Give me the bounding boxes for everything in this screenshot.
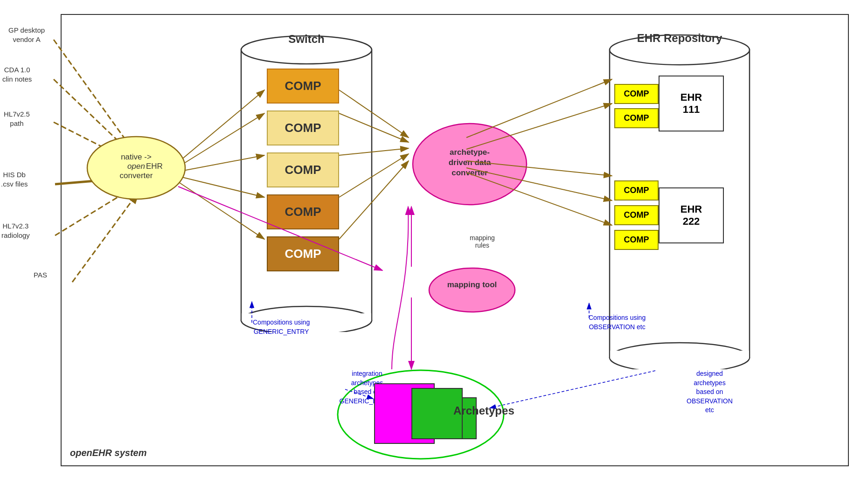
- svg-text:archetype-: archetype-: [450, 148, 490, 157]
- designed-archetypes-label: designedarchetypesbased onOBSERVATIONetc: [687, 369, 733, 415]
- diagram-area: Switch COMP COMP COMP COMP COMP archetyp…: [61, 14, 849, 466]
- comp-ehr-222-3: COMP: [614, 230, 659, 250]
- label-hl7v23: HL7v2.3radiology: [1, 221, 30, 240]
- main-container: GP desktopvendor A CDA 1.0clin notes HL7…: [0, 0, 868, 484]
- comp-ehr-222-1: COMP: [614, 180, 659, 201]
- ehr-222-number: 222: [683, 215, 700, 228]
- svg-text:open: open: [127, 162, 145, 171]
- arch-converter-ellipse: archetype- driven data converter: [411, 122, 528, 206]
- ehr-111-label: EHR: [681, 91, 702, 104]
- label-his-db: HIS Db.csv files: [1, 170, 28, 188]
- svg-text:converter: converter: [120, 171, 153, 180]
- label-cda: CDA 1.0clin notes: [2, 65, 32, 83]
- ehr-record-222: EHR 222: [659, 187, 724, 243]
- comp-switch-2: COMP: [267, 111, 339, 145]
- openehr-system-label: openEHR system: [70, 448, 147, 458]
- svg-text:EHR: EHR: [146, 162, 163, 171]
- comp-switch-4: COMP: [267, 194, 339, 229]
- svg-text:Switch: Switch: [288, 34, 324, 45]
- comp-ehr-111-2: COMP: [614, 108, 659, 128]
- converter-ellipse-svg: native -> open EHR converter: [86, 135, 187, 201]
- comp-switch-3: COMP: [267, 152, 339, 187]
- svg-text:EHR Repository: EHR Repository: [637, 34, 722, 44]
- ehr-111-number: 111: [683, 104, 700, 116]
- mapping-tool-ellipse: mapping tool: [428, 267, 516, 313]
- svg-text:native ->: native ->: [121, 152, 152, 161]
- comp-switch-5: COMP: [267, 236, 339, 271]
- label-pas: PAS: [34, 270, 47, 280]
- ehr-222-label: EHR: [681, 203, 702, 215]
- label-gp-desktop: GP desktopvendor A: [8, 26, 45, 44]
- compositions-switch-label: Compositions usingGENERIC_ENTRY: [253, 318, 310, 336]
- archetypes-label: Archetypes: [453, 404, 514, 417]
- ehr-record-111: EHR 111: [659, 76, 724, 131]
- comp-ehr-222-2: COMP: [614, 205, 659, 225]
- mapping-rules-label: mappingrules: [470, 234, 495, 249]
- svg-rect-14: [610, 351, 749, 359]
- label-hl7v25: HL7v2.5path: [4, 110, 30, 128]
- comp-switch-1: COMP: [267, 69, 339, 104]
- svg-text:mapping tool: mapping tool: [447, 280, 497, 289]
- svg-text:driven data: driven data: [449, 158, 491, 167]
- compositions-ehr-label: Compositions usingOBSERVATION etc: [589, 313, 646, 332]
- svg-text:converter: converter: [451, 168, 488, 177]
- comp-ehr-111-1: COMP: [614, 84, 659, 104]
- svg-point-9: [429, 268, 515, 312]
